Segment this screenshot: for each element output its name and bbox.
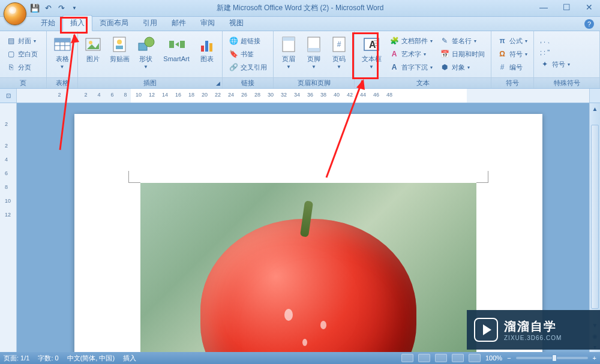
footer-icon [304,35,323,54]
cover-page-button[interactable]: ▤封面▾ [4,35,40,47]
tab-layout[interactable]: 页面布局 [92,16,136,31]
group-symbols-label: 符号 [491,77,533,88]
textbox-icon: A [362,35,381,54]
special-symbol-button[interactable]: ✦符号▾ [538,58,572,70]
save-icon[interactable]: 💾 [30,4,40,13]
group-pages-label: 页 [0,77,46,88]
equation-button[interactable]: π公式▾ [495,35,530,47]
hyperlink-icon: 🌐 [229,36,238,46]
help-icon[interactable]: ? [584,19,594,29]
symbol-icon: Ω [497,49,507,59]
ruler-area: ⊡ 22468101214161820222426283032343638404… [0,89,600,103]
margin-top-left [128,171,140,183]
signature-button[interactable]: ✎签名行▾ [437,35,487,47]
vertical-ruler[interactable]: 224681012 [0,103,17,352]
status-words[interactable]: 字数: 0 [38,354,58,363]
smartart-button[interactable]: SmartArt [160,34,193,64]
number-button[interactable]: #编号 [495,61,530,73]
signature-icon: ✎ [440,36,449,46]
drop-cap-button[interactable]: A首字下沉▾ [387,61,435,73]
symbol-button[interactable]: Ω符号▾ [495,48,530,60]
status-page[interactable]: 页面: 1/1 [4,354,29,363]
scroll-up-icon[interactable]: ▲ [590,103,600,114]
view-print-layout[interactable] [401,354,413,362]
group-links: 🌐超链接 🔖书签 🔗交叉引用 链接 [223,31,274,88]
textbox-button[interactable]: A文本框▼ [358,34,385,72]
page-break-button[interactable]: ⎘分页 [4,61,40,73]
view-draft[interactable] [469,354,481,362]
tab-mailings[interactable]: 邮件 [164,16,193,31]
dialog-launcher-icon[interactable]: ◢ [216,80,220,86]
quick-parts-button[interactable]: 🧩文档部件▾ [387,35,435,47]
svg-point-7 [89,41,92,44]
zoom-out-button[interactable]: − [507,354,511,362]
tab-view[interactable]: 视图 [222,16,251,31]
group-links-label: 链接 [223,77,273,88]
special-chars-row2[interactable]: ; : " [538,47,572,57]
picture-icon [83,35,103,54]
minimize-button[interactable]: — [536,1,551,13]
status-bar: 页面: 1/1 字数: 0 中文(简体, 中国) 插入 100% − + [0,352,600,364]
group-illustrations-label: 插图◢ [78,77,222,88]
group-pages: ▤封面▾ ▢空白页 ⎘分页 页 [0,31,47,88]
view-full-screen[interactable] [418,354,430,362]
undo-icon[interactable]: ↶ [43,4,53,13]
table-button[interactable]: 表格▼ [50,34,74,72]
inserted-image[interactable] [140,183,476,352]
footer-button[interactable]: 页脚▼ [302,34,325,72]
header-button[interactable]: 页眉▼ [277,34,300,72]
status-language[interactable]: 中文(简体, 中国) [67,354,115,363]
svg-rect-15 [201,46,204,52]
group-symbols: π公式▾ Ω符号▾ #编号 符号 [491,31,534,88]
chart-icon [197,35,217,54]
wordart-button[interactable]: A艺术字▾ [387,48,435,60]
svg-rect-21 [308,48,320,52]
hyperlink-button[interactable]: 🌐超链接 [226,35,269,47]
page-break-icon: ⎘ [6,62,16,72]
close-button[interactable]: ✕ [582,1,596,13]
bookmark-button[interactable]: 🔖书签 [226,48,269,60]
svg-rect-14 [180,41,185,48]
zoom-thumb[interactable] [552,354,557,362]
wordart-icon: A [389,49,399,59]
datetime-button[interactable]: 📅日期和时间 [437,48,487,60]
number-icon: # [497,62,507,72]
special-chars-row1[interactable]: , . 、 [538,35,572,46]
group-hf-label: 页眉和页脚 [274,77,354,88]
page-number-button[interactable]: #页码▼ [328,34,350,72]
picture-button[interactable]: 图片 [82,34,104,64]
group-text: A文本框▼ 🧩文档部件▾ A艺术字▾ A首字下沉▾ ✎签名行▾ 📅日期和时间 ⬢… [355,31,491,88]
tab-insert[interactable]: 插入 [62,15,92,31]
header-icon [279,35,298,54]
scroll-thumb[interactable] [591,125,599,309]
view-outline[interactable] [452,354,464,362]
qat-dropdown-icon[interactable]: ▼ [70,4,79,13]
clipart-button[interactable]: 剪贴画 [107,34,132,64]
ruler-toggle[interactable]: ⊡ [0,89,17,103]
tab-references[interactable]: 引用 [136,16,164,31]
tab-home[interactable]: 开始 [34,16,62,31]
zoom-in-button[interactable]: + [593,354,596,362]
margin-top-right [476,171,488,183]
office-button[interactable] [4,2,26,25]
svg-rect-10 [116,46,123,49]
dropdown-icon: ▼ [60,64,65,70]
cross-ref-icon: 🔗 [229,62,238,72]
horizontal-ruler[interactable]: 2246810121416182022242628303234363840424… [17,89,589,103]
redo-icon[interactable]: ↷ [56,4,66,13]
zoom-slider[interactable] [516,357,588,359]
tab-review[interactable]: 审阅 [193,16,222,31]
zoom-level[interactable]: 100% [485,354,502,362]
watermark-title: 溜溜自学 [504,318,562,335]
status-mode[interactable]: 插入 [123,354,136,363]
object-button[interactable]: ⬢对象▾ [437,61,487,73]
chart-button[interactable]: 图表 [196,34,218,64]
group-special-label: 特殊符号 [534,77,599,88]
parts-icon: 🧩 [389,36,399,46]
maximize-button[interactable]: ☐ [559,1,574,13]
blank-page-button[interactable]: ▢空白页 [4,48,40,60]
shapes-button[interactable]: 形状▼ [134,34,157,72]
view-web-layout[interactable] [435,354,447,362]
cross-reference-button[interactable]: 🔗交叉引用 [226,61,269,73]
bookmark-icon: 🔖 [229,49,238,59]
